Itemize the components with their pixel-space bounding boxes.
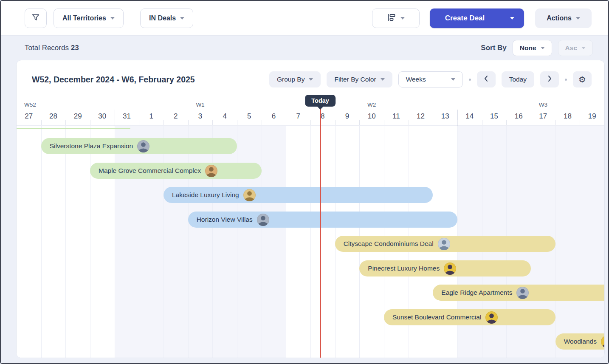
chevron-down-icon [400, 17, 405, 20]
timescale-select[interactable]: Weeks [398, 71, 463, 87]
sort-field-dropdown[interactable]: None [513, 40, 552, 56]
previous-period-button[interactable] [477, 71, 496, 87]
create-deal-dropdown[interactable] [500, 8, 524, 28]
day-tick [90, 120, 90, 125]
gantt-bar[interactable]: Horizon View Villas [188, 212, 457, 228]
day-label: 3 [198, 112, 202, 121]
avatar [601, 336, 604, 348]
separator-dot [469, 79, 471, 81]
day-tick [555, 120, 556, 125]
chevron-down-icon [180, 17, 184, 20]
row-accent-line [17, 128, 130, 129]
day-gridline [262, 126, 262, 358]
chevron-down-icon [110, 17, 115, 20]
today-marker-tooltip: Today [305, 95, 336, 107]
total-records: Total Records 23 [25, 44, 79, 52]
week-label: W3 [539, 102, 547, 108]
day-gridline [90, 126, 90, 358]
view-type-dropdown[interactable] [372, 8, 420, 28]
gantt-card: W52, December 2024 - W6, February 2025 G… [16, 60, 605, 358]
avatar [257, 214, 269, 226]
deal-name-label: Woodlands [564, 338, 597, 345]
avatar [137, 140, 149, 152]
deal-name-label: Lakeside Luxury Living [172, 191, 239, 199]
sort-order-dropdown[interactable]: Asc [558, 40, 593, 56]
gantt-bar[interactable]: Eagle Ridge Apartments [433, 285, 604, 301]
day-tick [531, 120, 531, 125]
sort-by-label: Sort By [481, 44, 506, 52]
day-tick [580, 120, 580, 125]
settings-button[interactable]: ⚙︎ [573, 71, 592, 87]
today-button[interactable]: Today [502, 71, 534, 87]
day-label: 18 [564, 112, 572, 121]
day-tick [433, 120, 433, 125]
day-tick [335, 120, 336, 125]
day-tick [384, 120, 384, 125]
chevron-right-icon [548, 76, 552, 83]
day-tick [212, 120, 213, 125]
chevron-down-icon [576, 17, 580, 20]
day-label: 6 [272, 112, 276, 121]
day-tick [286, 120, 286, 125]
gantt-bar[interactable]: Pinecrest Luxury Homes [359, 260, 531, 277]
day-label: 11 [392, 112, 400, 121]
timeline: W52W1W2W3 272829303112345678910111213141… [17, 92, 604, 358]
total-records-count: 23 [71, 44, 79, 52]
week-shade-column [115, 126, 286, 358]
day-label: 5 [247, 112, 251, 121]
records-bar: Total Records 23 Sort By None Asc [1, 36, 608, 60]
gantt-bar[interactable]: Maple Grove Commercial Complex [90, 163, 262, 179]
chevron-down-icon [381, 78, 385, 81]
day-tick [41, 120, 42, 125]
group-by-dropdown[interactable]: Group By [269, 71, 321, 87]
day-tick [457, 120, 458, 125]
day-gridline [65, 126, 66, 358]
day-label: 14 [465, 112, 474, 121]
next-period-button[interactable] [540, 71, 559, 87]
day-label: 13 [441, 112, 449, 121]
avatar [485, 311, 498, 324]
day-label: 15 [490, 112, 498, 121]
deal-name-label: Pinecrest Luxury Homes [368, 265, 440, 272]
avatar [516, 287, 529, 299]
day-tick [262, 120, 262, 125]
gantt-view-icon [387, 13, 396, 23]
chevron-down-icon [451, 78, 455, 81]
gantt-chart: Silverstone Plaza ExpansionMaple Grove C… [17, 126, 604, 358]
avatar [444, 262, 456, 275]
gantt-bar[interactable]: Cityscape Condominiums Deal [335, 236, 555, 252]
day-tick [164, 120, 164, 125]
deal-name-label: Cityscape Condominiums Deal [344, 240, 434, 248]
module-view-dropdown[interactable]: IN Deals [140, 8, 193, 28]
filter-by-color-label: Filter By Color [334, 76, 376, 83]
day-tick [506, 120, 507, 125]
deal-name-label: Horizon View Villas [197, 216, 253, 223]
gantt-bar[interactable]: Lakeside Luxury Living [164, 187, 433, 203]
day-label: 12 [417, 112, 425, 121]
gear-icon: ⚙︎ [578, 75, 586, 84]
day-tick [310, 120, 311, 125]
sort-controls: Sort By None Asc [481, 40, 593, 56]
day-gridline [310, 126, 311, 358]
chevron-down-icon [541, 47, 545, 49]
day-label: 1 [149, 112, 153, 121]
gantt-header: W52, December 2024 - W6, February 2025 G… [17, 60, 604, 92]
day-gridline [115, 126, 115, 358]
filter-button[interactable] [25, 8, 47, 28]
filter-by-color-dropdown[interactable]: Filter By Color [327, 71, 392, 87]
day-label: 19 [588, 112, 596, 121]
day-gridline [164, 126, 164, 358]
day-gridline [555, 126, 556, 358]
avatar [243, 189, 256, 201]
day-label: 2 [174, 112, 178, 121]
territory-dropdown[interactable]: All Territories [54, 8, 124, 28]
actions-dropdown[interactable]: Actions [535, 8, 592, 28]
gantt-bar[interactable]: Woodlands [555, 333, 604, 350]
day-label: 28 [49, 112, 57, 121]
gantt-date-range-title: W52, December 2024 - W6, February 2025 [32, 75, 195, 85]
gantt-bar[interactable]: Silverstone Plaza Expansion [41, 138, 237, 154]
day-gridline [139, 126, 139, 358]
create-deal-button[interactable]: Create Deal [430, 8, 500, 28]
day-label: 16 [515, 112, 523, 121]
gantt-bar[interactable]: Sunset Boulevard Commercial [384, 309, 555, 325]
